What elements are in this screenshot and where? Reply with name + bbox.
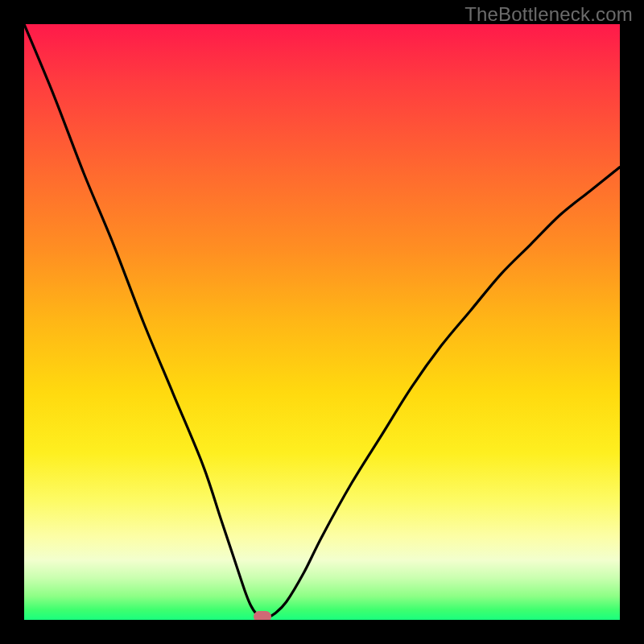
- optimum-marker: [254, 611, 271, 620]
- plot-area: [24, 24, 620, 620]
- bottleneck-curve-path: [24, 24, 620, 617]
- bottleneck-curve-svg: [24, 24, 620, 620]
- chart-wrapper: TheBottleneck.com: [0, 0, 644, 644]
- watermark-text: TheBottleneck.com: [464, 3, 633, 26]
